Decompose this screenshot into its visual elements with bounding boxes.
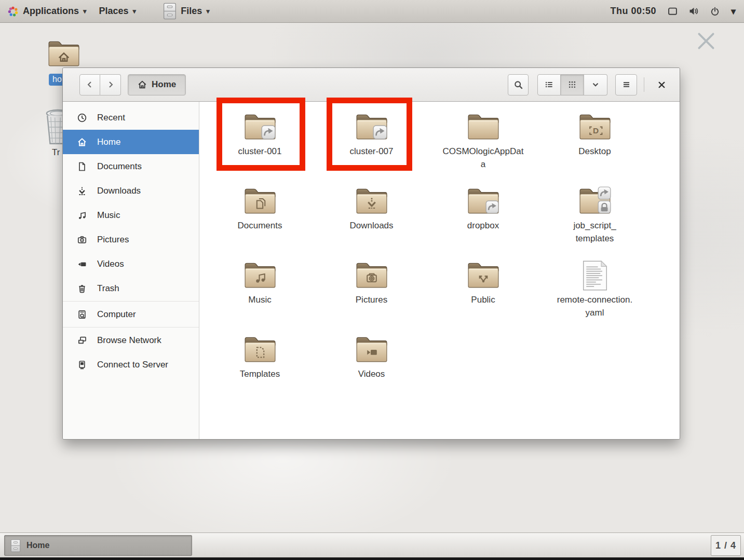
file-label: Videos (358, 368, 385, 381)
trash-icon (77, 283, 87, 294)
sidebar-separator (63, 327, 199, 327)
places-menu[interactable]: Places ▾ (93, 0, 143, 22)
sidebar-item-connect-to-server[interactable]: Connect to Server (63, 352, 199, 377)
videos-folder-icon (355, 334, 389, 363)
file-label: Desktop (578, 145, 611, 158)
chevron-right-icon (106, 80, 115, 89)
location-home-button[interactable]: Home (128, 74, 186, 95)
symlink-emblem-icon (373, 126, 387, 139)
file-videos[interactable]: Videos (316, 329, 427, 403)
file-label: templates (573, 233, 616, 245)
sidebar-label: Music (97, 210, 120, 221)
back-button[interactable] (79, 74, 100, 95)
file-job-script-templates[interactable]: job_script_templates (539, 180, 651, 254)
background-close-icon (697, 32, 715, 50)
desktop-folder-icon: D (578, 112, 612, 141)
file-downloads[interactable]: Downloads (316, 180, 427, 254)
sidebar-item-browse-network[interactable]: Browse Network (63, 328, 199, 352)
file-cabinet-icon (163, 3, 177, 20)
bottom-taskbar: Home 1 / 4 (0, 532, 744, 557)
folder-icon (243, 112, 277, 141)
search-button[interactable] (508, 74, 529, 95)
lock-emblem-icon (598, 201, 611, 213)
files-grid: cluster-001 cluster-007 (199, 102, 680, 439)
close-icon (657, 80, 666, 89)
chevron-down-icon[interactable]: ▾ (731, 6, 736, 17)
sidebar-item-pictures[interactable]: Pictures (63, 227, 199, 252)
search-icon (514, 80, 523, 89)
download-arrow-icon (77, 186, 87, 196)
clock[interactable]: Thu 00:50 (610, 6, 656, 17)
music-folder-icon (243, 260, 277, 289)
desktop-home-folder-icon[interactable] (47, 38, 81, 67)
file-label: Documents (238, 220, 282, 233)
file-label: Public (471, 294, 495, 307)
file-pictures[interactable]: Pictures (316, 254, 427, 329)
folder-icon (466, 112, 500, 141)
places-menu-label: Places (99, 6, 129, 17)
window-close-button[interactable] (651, 74, 672, 95)
sidebar-item-downloads[interactable]: Downloads (63, 179, 199, 203)
file-remote-connection-yaml[interactable]: remote-connection.yaml (539, 254, 651, 329)
svg-text:D: D (593, 126, 599, 135)
symlink-emblem-icon (598, 187, 611, 199)
file-dropbox[interactable]: dropbox (427, 180, 539, 254)
file-desktop[interactable]: D Desktop (539, 106, 651, 180)
file-label: a (443, 158, 524, 171)
home-folder-icon (47, 38, 81, 67)
sidebar-label: Computer (97, 309, 136, 320)
power-icon[interactable] (710, 7, 720, 16)
sidebar-item-trash[interactable]: Trash (63, 276, 199, 301)
list-view-button[interactable] (537, 74, 561, 95)
file-label: Downloads (349, 220, 393, 233)
screen-icon[interactable] (668, 7, 678, 16)
sidebar-label: Recent (97, 113, 125, 123)
file-music[interactable]: Music (204, 254, 316, 329)
volume-icon[interactable] (689, 7, 699, 15)
sidebar-label: Documents (97, 161, 142, 172)
chevron-down-icon: ▾ (83, 7, 87, 15)
document-icon (77, 161, 87, 172)
file-label: COSMOlogicAppDat (443, 145, 524, 158)
applications-menu-label: Applications (23, 6, 79, 17)
sidebar-label: Browse Network (97, 335, 161, 346)
file-public[interactable]: Public (427, 254, 539, 329)
desktop-trash-label: Tr (52, 147, 60, 158)
sidebar-label: Pictures (97, 235, 129, 245)
file-cluster-007[interactable]: cluster-007 (316, 106, 427, 180)
applications-menu[interactable]: Applications ▾ (17, 0, 93, 22)
file-templates[interactable]: Templates (204, 329, 316, 403)
location-label: Home (152, 79, 176, 90)
file-documents[interactable]: Documents (204, 180, 316, 254)
window-menu-button[interactable] (615, 74, 637, 95)
server-icon (77, 360, 87, 370)
symlink-emblem-icon (262, 126, 275, 139)
sidebar-item-recent[interactable]: Recent (63, 105, 199, 130)
sidebar-item-home[interactable]: Home (63, 130, 199, 154)
public-folder-icon (466, 260, 500, 289)
chevron-down-icon: ▾ (206, 7, 210, 15)
file-label: cluster-001 (238, 145, 281, 158)
files-toolbar: Home (63, 68, 680, 102)
sidebar-item-videos[interactable]: Videos (63, 252, 199, 276)
taskbar-window-button[interactable]: Home (4, 535, 192, 556)
grid-view-button[interactable] (561, 74, 584, 95)
files-window: Home (62, 67, 680, 440)
camera-icon (77, 235, 87, 245)
sidebar-label: Connect to Server (97, 360, 168, 370)
file-cosmologicappdata[interactable]: COSMOlogicAppData (427, 106, 539, 180)
file-cluster-001[interactable]: cluster-001 (204, 106, 316, 180)
hard-disk-icon (77, 309, 87, 320)
sidebar-item-documents[interactable]: Documents (63, 154, 199, 179)
sidebar-item-computer[interactable]: Computer (63, 302, 199, 326)
workspace-pager[interactable]: 1 / 4 (711, 535, 741, 556)
top-panel: Applications ▾ Places ▾ Files ▾ Thu 00:5… (0, 0, 744, 23)
view-options-button[interactable] (584, 74, 607, 95)
sidebar-item-music[interactable]: Music (63, 203, 199, 227)
forward-button[interactable] (100, 74, 121, 95)
file-label: remote-connection. (557, 294, 633, 307)
folder-icon (355, 112, 389, 141)
files-app-menu-label: Files (181, 6, 202, 17)
downloads-folder-icon (355, 186, 389, 215)
files-app-menu[interactable]: Files ▾ (157, 0, 216, 22)
